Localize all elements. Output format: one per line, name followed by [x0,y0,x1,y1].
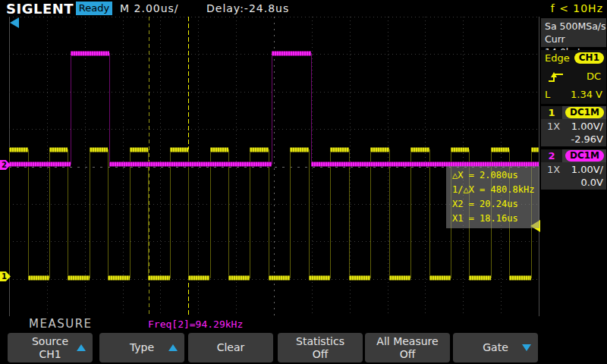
ch1-edge [49,149,50,278]
ch2-trace-top [272,51,311,56]
channel2-body: 1X 1.00V/ 0.0V [541,162,606,190]
ch1-trace-low [188,275,209,281]
up-arrow-icon [168,344,178,351]
oscilloscope-screen: SIGLENT Ready M 2.00us/ Delay:-24.8us f … [0,0,607,364]
channel2-probe: 1X [547,164,560,175]
ch1-trace-high [250,147,269,152]
up-arrow-icon [77,344,86,351]
top-status-bar: SIGLENT Ready M 2.00us/ Delay:-24.8us f … [0,0,607,17]
gridline [9,241,539,242]
ch1-trace-high [451,147,470,152]
measure-freq-readout: Freq[2]=94.29kHz [148,318,243,330]
all-measure-button-value: Off [365,348,450,361]
ch1-trace-high [9,147,28,152]
trigger-level-value: 1.34 V [571,89,602,100]
ch2-trace-base [109,162,272,167]
ch1-trace-low [309,275,330,281]
ch1-trace-low [108,275,129,281]
channel1-panel[interactable]: 1 DC1M 1X 1.00V/ -2.96V [541,106,606,146]
ch1-edge [148,149,149,278]
down-arrow-icon [522,344,531,351]
cursor-measurement-box: △X = 2.080us 1/△X = 480.8kHz X2 = 20.24u… [446,166,539,228]
source-button[interactable]: Source CH1 [8,333,93,362]
trigger-delay-readout: Delay:-24.8us [206,2,289,14]
trigger-level-label: L [545,89,550,100]
channel2-offset: 0.0V [580,177,603,188]
channel2-scale: 1.00V/ [571,164,603,175]
frequency-counter-readout: f < 10Hz [551,2,603,14]
acquisition-panel: Sa 500MSa/s Curr 14.0kpts [541,18,606,47]
ch1-trace-low [68,275,89,281]
ch1-edge [210,149,211,278]
ch1-trace-low [28,275,49,281]
waveform-display: 2 1 △X = 2.080us 1/△X = 480.8kHz X2 = 20… [0,17,540,316]
ch1-edge [250,149,250,278]
ch1-trace-low [148,275,169,281]
ch1-trace-low [228,275,250,281]
sample-rate: Sa 500MSa/s [545,20,606,33]
ch1-trace-low [509,275,530,281]
ch1-trace-high [170,147,189,152]
statistics-button[interactable]: Statistics Off [278,333,363,362]
channel2-number: 2 [541,149,562,162]
trigger-slope-row: DC [541,71,606,84]
type-button[interactable]: Type [99,333,184,362]
trigger-coupling: DC [587,71,601,82]
all-measure-button[interactable]: All Measure Off [365,333,450,362]
ch2-edge [311,53,312,165]
ch1-edge [130,149,131,278]
trigger-mode: Edge [545,52,570,64]
ch1-trace-low [469,275,490,281]
acquisition-status-badge: Ready [76,2,112,15]
ch1-edge [68,149,68,278]
ch1-edge [28,149,29,278]
cursor-delta-x: △X = 2.080us [452,168,539,183]
trigger-source-badge: CH1 [574,52,604,64]
ch1-edge [389,149,390,278]
ch1-trace-high [210,147,229,152]
trigger-position-icon[interactable] [10,17,19,28]
cursor-inv-delta-x: 1/△X = 480.8kHz [452,183,539,197]
ch1-trace-high [410,147,429,152]
cursor-x1-value: X1 = 18.16us [452,212,539,226]
ch2-edge [109,53,110,165]
clear-button[interactable]: Clear [188,333,273,362]
channel1-body: 1X 1.00V/ -2.96V [541,119,606,146]
channel2-coupling-badge: DC1M [565,150,604,162]
ch1-trace-low [429,275,451,281]
ch1-edge [429,149,430,278]
channel1-coupling-badge: DC1M [565,107,604,118]
channel2-panel[interactable]: 2 DC1M 1X 1.00V/ 0.0V [541,149,606,190]
status-sidebar: Sa 500MSa/s Curr 14.0kpts Edge CH1 DC L … [540,17,607,316]
statistics-button-label: Statistics [278,334,363,348]
ch1-trace-high [531,147,539,152]
channel1-scale: 1.00V/ [571,121,603,132]
ch2-edge [272,53,272,165]
ch1-edge [269,149,269,278]
ch1-edge [170,149,171,278]
ch1-trace-high [330,147,349,152]
gridline [9,17,539,17]
trigger-panel: Edge CH1 DC L 1.34 V [541,50,606,104]
clear-button-label: Clear [188,333,273,362]
ch1-edge [290,149,291,278]
ch1-trace-low [269,275,290,281]
ch1-edge [349,149,350,278]
gate-button[interactable]: Gate [453,333,538,362]
ch1-edge [228,149,229,278]
ch1-edge [188,149,189,278]
rising-edge-icon [547,71,565,83]
channel1-number: 1 [541,106,562,119]
trigger-level-row: L 1.34 V [541,89,606,102]
gridline [9,129,539,130]
ch1-edge [330,149,331,278]
ch1-edge [309,149,310,278]
timebase-readout: M 2.00us/ [120,2,179,14]
brand-logo: SIGLENT [6,1,74,17]
softkey-menu: Source CH1 Type Clear Statistics Off All… [0,331,607,364]
ch1-trace-low [389,275,410,281]
ch2-edge [71,53,71,165]
gridline [9,92,539,93]
ch1-trace-high [130,147,149,152]
ch1-trace-high [290,147,309,152]
